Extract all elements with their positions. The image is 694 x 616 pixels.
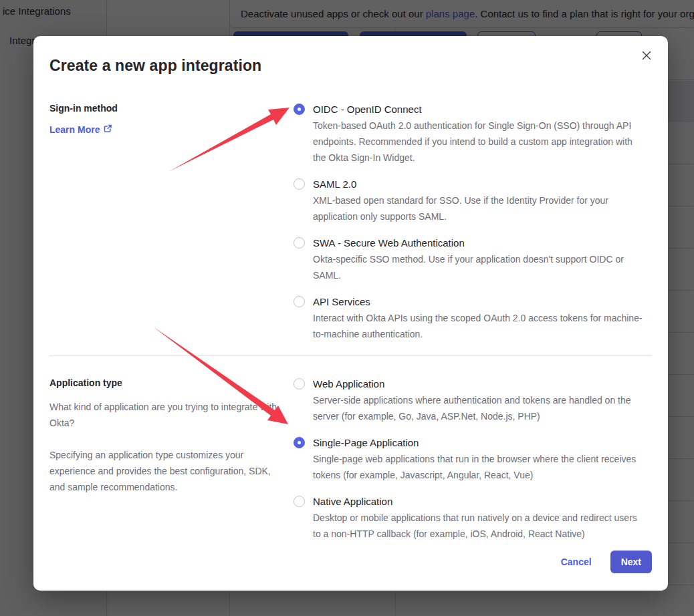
option-saml-2-0[interactable]: SAML 2.0 XML-based open standard for SSO… xyxy=(294,176,644,224)
radio-swa[interactable] xyxy=(294,237,305,249)
dialog-footer: Cancel Next xyxy=(49,551,652,573)
option-description: Interact with Okta APIs using the scoped… xyxy=(313,310,644,342)
create-app-integration-dialog: Create a new app integration Sign-in met… xyxy=(33,36,668,591)
radio-web-application[interactable] xyxy=(294,378,305,390)
option-title: Web Application xyxy=(313,376,644,392)
application-type-options: Web Application Server-side applications… xyxy=(294,376,644,542)
option-description: XML-based open standard for SSO. Use if … xyxy=(313,192,644,224)
option-title: API Services xyxy=(313,294,644,310)
option-description: Token-based OAuth 2.0 authentication for… xyxy=(313,118,644,166)
option-description: Desktop or mobile applications that run … xyxy=(313,510,644,542)
radio-single-page-application[interactable] xyxy=(294,437,305,448)
signin-method-options: OIDC - OpenID Connect Token-based OAuth … xyxy=(294,102,644,342)
option-description: Okta-specific SSO method. Use if your ap… xyxy=(313,251,644,283)
radio-api-services[interactable] xyxy=(294,296,305,307)
option-title: SWA - Secure Web Authentication xyxy=(313,235,644,251)
option-api-services[interactable]: API Services Interact with Okta APIs usi… xyxy=(294,294,644,342)
option-single-page-application[interactable]: Single-Page Application Single-page web … xyxy=(294,435,644,483)
screen: Deactivate unused apps or check out our … xyxy=(0,0,694,616)
signin-method-left-column: Sign-in method Learn More xyxy=(49,102,294,342)
learn-more-link[interactable]: Learn More xyxy=(49,124,287,135)
application-type-section: Application type What kind of applicatio… xyxy=(49,376,652,542)
external-link-icon xyxy=(104,124,112,135)
section-divider xyxy=(49,355,652,356)
option-title: Single-Page Application xyxy=(313,435,644,451)
signin-method-label: Sign-in method xyxy=(49,102,287,115)
dialog-title: Create a new app integration xyxy=(49,55,652,76)
close-button[interactable] xyxy=(639,48,655,64)
option-native-application[interactable]: Native Application Desktop or mobile app… xyxy=(294,494,644,542)
radio-saml[interactable] xyxy=(294,178,305,190)
option-oidc-openid-connect[interactable]: OIDC - OpenID Connect Token-based OAuth … xyxy=(294,102,644,166)
option-web-application[interactable]: Web Application Server-side applications… xyxy=(294,376,644,424)
option-description: Single-page web applications that run in… xyxy=(313,451,644,483)
close-icon xyxy=(641,50,652,63)
application-type-description-2: Specifying an application type customize… xyxy=(49,447,287,495)
option-title: OIDC - OpenID Connect xyxy=(313,102,644,118)
radio-oidc[interactable] xyxy=(294,104,305,115)
option-title: SAML 2.0 xyxy=(313,176,644,192)
cancel-button[interactable]: Cancel xyxy=(561,557,592,567)
option-swa-secure-web-authentication[interactable]: SWA - Secure Web Authentication Okta-spe… xyxy=(294,235,644,283)
signin-method-section: Sign-in method Learn More OIDC - OpenID … xyxy=(49,102,652,342)
option-title: Native Application xyxy=(313,494,644,510)
application-type-description-1: What kind of application are you trying … xyxy=(49,399,287,431)
application-type-label: Application type xyxy=(49,376,287,390)
next-button[interactable]: Next xyxy=(610,551,652,573)
option-description: Server-side applications where authentic… xyxy=(313,392,644,424)
radio-native-application[interactable] xyxy=(294,496,305,507)
application-type-left-column: Application type What kind of applicatio… xyxy=(49,376,294,542)
learn-more-label: Learn More xyxy=(49,124,100,135)
